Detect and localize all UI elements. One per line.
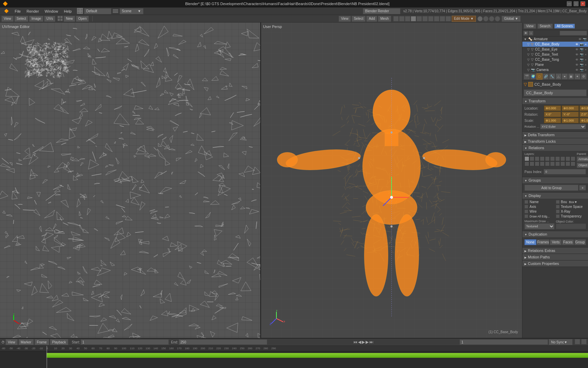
menu-file[interactable]: File: [12, 9, 24, 14]
duplication-header[interactable]: Duplication: [522, 231, 588, 237]
open-button[interactable]: Open: [76, 16, 89, 22]
display-header[interactable]: Display: [522, 193, 588, 199]
new-button[interactable]: New: [64, 16, 75, 22]
vp-select-btn[interactable]: Select: [14, 16, 29, 22]
current-frame-field[interactable]: 1: [460, 339, 548, 345]
menu-window[interactable]: Window: [42, 9, 61, 14]
sel-icon-eye[interactable]: ×: [585, 48, 587, 51]
object-name-input[interactable]: [524, 89, 587, 96]
vis-icon-body[interactable]: 👁: [575, 43, 578, 46]
name-checkbox[interactable]: [524, 200, 528, 204]
scale-z-field[interactable]: ⊕ 1.000: [579, 118, 588, 123]
menu-render[interactable]: Render: [24, 9, 42, 14]
outliner-item-cc-base-tong[interactable]: ▽ ▽ CC_Base_Tong 👁 📷 ×: [522, 57, 588, 62]
props-icon-material[interactable]: ●: [562, 73, 568, 80]
bou-checkbox[interactable]: [556, 200, 560, 204]
vp-image-btn[interactable]: Image: [29, 16, 43, 22]
props-icon-data[interactable]: △: [556, 73, 562, 80]
vp-mesh-right[interactable]: Mesh: [378, 16, 391, 22]
tl-frame-btn[interactable]: Frame: [35, 339, 49, 345]
vp-uvs-btn[interactable]: UVs: [44, 16, 55, 22]
render-icon[interactable]: 📷: [583, 38, 587, 41]
parent-type-select[interactable]: Object: [577, 162, 588, 168]
props-icon-world[interactable]: 🌍: [530, 73, 536, 80]
layer-12[interactable]: [530, 161, 534, 166]
sel-icon-body[interactable]: ×: [585, 43, 587, 46]
dup-verts-btn[interactable]: Verts: [550, 239, 562, 245]
tl-icon2[interactable]: [581, 339, 587, 344]
prev-frame-btn[interactable]: ◀: [358, 340, 361, 344]
close-button[interactable]: ✕: [580, 1, 585, 6]
play-btn[interactable]: ▶: [362, 340, 365, 344]
draw-all-edges-checkbox[interactable]: [524, 214, 528, 218]
sel-icon-camera[interactable]: ×: [585, 68, 587, 72]
layer-9[interactable]: [565, 156, 570, 161]
props-icon-modifiers[interactable]: 🔧: [549, 73, 555, 80]
sync-select[interactable]: No Sync▼: [549, 339, 573, 345]
layer-11[interactable]: [524, 161, 529, 166]
transform-locks-header[interactable]: Transform Locks: [522, 138, 588, 144]
vis-icon-camera[interactable]: 👁: [575, 68, 578, 72]
props-icon-particles[interactable]: ✦: [574, 73, 580, 80]
sel-icon-tong[interactable]: ×: [585, 58, 587, 61]
layer-4[interactable]: [540, 156, 545, 161]
layout-icon2[interactable]: [112, 8, 119, 15]
add-group-plus-btn[interactable]: +: [579, 185, 586, 190]
layer-20[interactable]: [571, 161, 575, 166]
axis-checkbox[interactable]: [524, 205, 528, 209]
render-icon-body[interactable]: 📷: [580, 43, 584, 46]
vp-view-right[interactable]: View: [339, 16, 351, 22]
outliner-item-cc-base-eye[interactable]: ▽ ▽ CC_Base_Eye 👁 📷 ×: [522, 47, 588, 52]
dup-frames-btn[interactable]: Frames: [537, 239, 550, 245]
outliner-item-armature[interactable]: ▼ 🦴 Armature 👁 📷: [522, 37, 588, 42]
dup-faces-btn[interactable]: Faces: [562, 239, 574, 245]
motion-paths-header[interactable]: Motion Paths: [522, 254, 588, 260]
props-icon-constraints[interactable]: 🔗: [543, 73, 549, 80]
outliner-item-cc-base-body[interactable]: ▽ ▽ CC_Base_Body 👁 📷 ×: [522, 42, 588, 47]
render-icon-eye[interactable]: 📷: [580, 48, 584, 51]
transparency-checkbox[interactable]: [556, 214, 560, 218]
scale-y-field[interactable]: ⊕ 1.000: [562, 118, 579, 123]
tl-marker-btn[interactable]: Marker: [18, 339, 34, 345]
render-icon-camera[interactable]: 📷: [580, 68, 584, 72]
next-frame-btn[interactable]: ▶: [366, 340, 369, 344]
vp-icon-grid[interactable]: [57, 16, 63, 22]
rotation-mode-select[interactable]: XYZ Euler: [540, 124, 586, 129]
rot-x-field[interactable]: X: 0°: [544, 112, 561, 117]
render-icon-tong[interactable]: 📷: [580, 58, 584, 61]
filter-icon2[interactable]: ↕: [529, 31, 533, 36]
timeline-content[interactable]: -60 -50 -40 -30 -20 -10 0 10 20 30 40 50…: [0, 346, 588, 368]
outliner-item-cc-base-teet[interactable]: ▽ ▽ CC_Base_Teet 👁 📷 ×: [522, 52, 588, 57]
loc-z-field[interactable]: ⊕ 0.000: [579, 105, 588, 111]
vis-icon-plane[interactable]: 👁: [575, 63, 578, 67]
groups-header[interactable]: Groups: [522, 177, 588, 183]
right-viewport[interactable]: User Persp X Y Z (1) CC_Base_Body: [261, 23, 522, 338]
loc-y-field[interactable]: ⊕ 0.000: [562, 105, 579, 111]
parent-field[interactable]: Armature: [577, 156, 588, 162]
wire-checkbox[interactable]: [524, 210, 528, 213]
edit-mode-btn[interactable]: Edit Mode ▼: [452, 16, 476, 22]
vis-icon[interactable]: 👁: [578, 38, 582, 41]
rot-y-field[interactable]: Y: -0°: [562, 112, 579, 117]
screen-layout-icon[interactable]: [77, 8, 83, 15]
relations-header[interactable]: Relations: [522, 145, 588, 151]
layer-1[interactable]: [524, 156, 529, 161]
props-icon-scene[interactable]: 🎬: [524, 73, 530, 80]
layer-13[interactable]: [535, 161, 539, 166]
layer-3[interactable]: [535, 156, 539, 161]
scene-selector[interactable]: Scene▼: [120, 8, 143, 14]
layer-15[interactable]: [545, 161, 550, 166]
engine-selector[interactable]: Blender Render: [363, 8, 400, 14]
layer-10[interactable]: [571, 156, 575, 161]
layer-6[interactable]: [550, 156, 555, 161]
layer-16[interactable]: [550, 161, 555, 166]
global-btn[interactable]: Global ▼: [502, 16, 521, 22]
vp-select-right[interactable]: Select: [352, 16, 366, 22]
xray-checkbox[interactable]: [556, 210, 560, 213]
maximize-button[interactable]: □: [574, 1, 578, 6]
minimize-button[interactable]: —: [567, 1, 572, 6]
menu-blender[interactable]: 🔶: [1, 8, 12, 14]
vp-view-btn[interactable]: View: [1, 16, 14, 22]
layer-17[interactable]: [555, 161, 560, 166]
tl-view-btn[interactable]: View: [5, 339, 18, 345]
